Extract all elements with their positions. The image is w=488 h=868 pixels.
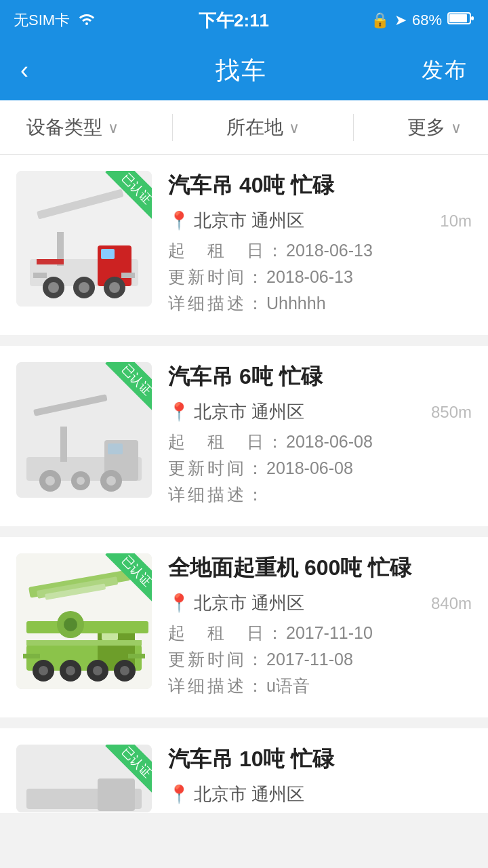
rent-date-value: 2018-06-13: [286, 241, 373, 260]
svg-rect-23: [60, 427, 67, 462]
svg-point-41: [39, 666, 48, 675]
description-value: Uhhhhh: [266, 294, 326, 313]
certified-badge: 已认证: [98, 553, 152, 608]
svg-rect-48: [23, 654, 40, 658]
location-pin-icon: 📍: [168, 401, 190, 422]
back-button[interactable]: ‹: [20, 56, 61, 85]
filter-divider-1: [172, 114, 173, 141]
svg-point-39: [64, 618, 77, 631]
location-row: 📍 北京市 通州区 10m: [168, 209, 472, 233]
vehicle-image-wrap-partial: 已认证: [16, 745, 152, 812]
vehicle-location: 📍 北京市 通州区: [168, 209, 304, 233]
card-content: 汽车吊 6吨 忙碌 📍 北京市 通州区 850m 起 租 日： 2018-06-…: [168, 362, 472, 510]
description-label: 详细描述：: [168, 484, 266, 506]
status-left: 无SIM卡: [14, 10, 97, 31]
svg-point-45: [93, 666, 102, 675]
rent-date-value: 2017-11-10: [286, 623, 373, 643]
certified-badge: 已认证: [98, 171, 152, 225]
svg-rect-50: [26, 640, 142, 646]
vehicle-distance: 850m: [431, 403, 472, 422]
description-row: 详细描述： u语音: [168, 675, 472, 697]
description-label: 详细描述：: [168, 292, 266, 315]
list-item[interactable]: 已认证 汽车吊 10吨 忙碌 📍 北京市 通州区: [0, 728, 488, 813]
location-text: 北京市 通州区: [194, 209, 304, 233]
svg-point-14: [79, 282, 89, 293]
location-pin-icon: 📍: [168, 593, 190, 614]
update-date-row: 更新时间： 2018-06-08: [168, 457, 472, 479]
location-pin-icon: 📍: [168, 210, 190, 231]
filter-more-label: 更多: [407, 115, 445, 140]
certified-badge: 已认证: [98, 362, 152, 416]
svg-rect-49: [128, 654, 145, 658]
rent-date-row: 起 租 日： 2018-06-08: [168, 431, 472, 453]
filter-equipment-type[interactable]: 设备类型 ∨: [26, 115, 119, 140]
status-time: 下午2:11: [199, 9, 269, 33]
location-text: 北京市 通州区: [194, 400, 304, 424]
svg-rect-34: [26, 621, 148, 633]
vehicle-distance: 840m: [431, 594, 472, 613]
vehicle-title-partial: 汽车吊 10吨 忙碌: [168, 745, 472, 774]
vehicle-image-wrap: 已认证: [16, 553, 152, 689]
list-item[interactable]: 已认证 汽车吊 40吨 忙碌 📍 北京市 通州区 10m 起 租 日： 2018…: [0, 155, 488, 335]
svg-point-25: [45, 476, 55, 486]
battery-text: 68%: [412, 12, 442, 29]
svg-rect-1: [449, 14, 467, 22]
location-row: 📍 北京市 通州区 850m: [168, 400, 472, 424]
rent-date-label: 起 租 日：: [168, 239, 286, 262]
update-date-value: 2017-11-08: [266, 650, 353, 669]
certified-text-partial: 已认证: [105, 745, 152, 794]
vehicle-image-wrap: 已认证: [16, 171, 152, 307]
filter-location[interactable]: 所在地 ∨: [226, 115, 300, 140]
description-row: 详细描述：: [168, 484, 472, 506]
vehicle-title: 汽车吊 6吨 忙碌: [168, 362, 472, 392]
vehicle-title: 全地面起重机 600吨 忙碌: [168, 553, 472, 583]
svg-point-29: [77, 477, 85, 485]
svg-rect-2: [471, 16, 474, 20]
location-row-partial: 📍 北京市 通州区: [168, 783, 472, 806]
svg-rect-6: [101, 249, 115, 259]
nav-bar: ‹ 找车 发布: [0, 41, 488, 100]
update-date-value: 2018-06-13: [266, 267, 353, 287]
svg-point-10: [48, 282, 59, 293]
status-right: 🔒 ➤ 68%: [371, 11, 474, 30]
vehicle-image-wrap: 已认证: [16, 362, 152, 498]
publish-button[interactable]: 发布: [422, 56, 468, 85]
description-row: 详细描述： Uhhhhh: [168, 292, 472, 315]
svg-point-27: [106, 476, 116, 486]
list-item[interactable]: 已认证 全地面起重机 600吨 忙碌 📍 北京市 通州区 840m 起 租 日：…: [0, 537, 488, 717]
list-item[interactable]: 已认证 汽车吊 6吨 忙碌 📍 北京市 通州区 850m 起 租 日： 2018…: [0, 346, 488, 526]
location-pin-icon-partial: 📍: [168, 784, 190, 805]
update-date-label: 更新时间：: [168, 266, 266, 288]
rent-date-label: 起 租 日：: [168, 431, 286, 453]
filter-location-arrow: ∨: [289, 119, 300, 137]
wifi-icon: [77, 10, 97, 31]
svg-rect-17: [37, 259, 64, 264]
certified-text: 已认证: [105, 362, 152, 412]
vehicle-location-partial: 📍 北京市 通州区: [168, 783, 304, 806]
card-content: 汽车吊 40吨 忙碌 📍 北京市 通州区 10m 起 租 日： 2018-06-…: [168, 171, 472, 319]
svg-rect-16: [121, 273, 135, 278]
battery-icon: [447, 11, 474, 30]
rent-date-value: 2018-06-08: [286, 432, 373, 452]
filter-more[interactable]: 更多 ∨: [407, 115, 462, 140]
filter-equipment-arrow: ∨: [108, 119, 119, 137]
update-date-row: 更新时间： 2017-11-08: [168, 648, 472, 671]
certified-text: 已认证: [105, 553, 152, 603]
lock-icon: 🔒: [371, 12, 389, 29]
update-date-row: 更新时间： 2018-06-13: [168, 266, 472, 288]
svg-rect-15: [33, 273, 47, 278]
filter-bar: 设备类型 ∨ 所在地 ∨ 更多 ∨: [0, 100, 488, 155]
svg-rect-21: [108, 443, 123, 454]
sim-icon: 无SIM卡: [14, 10, 70, 31]
svg-point-12: [109, 282, 120, 293]
vehicle-location: 📍 北京市 通州区: [168, 591, 304, 615]
update-date-value: 2018-06-08: [266, 458, 353, 478]
card-content-partial: 汽车吊 10吨 忙碌 📍 北京市 通州区: [168, 745, 472, 813]
description-label: 详细描述：: [168, 675, 266, 697]
update-date-label: 更新时间：: [168, 648, 266, 671]
location-icon: ➤: [394, 12, 407, 29]
rent-date-row: 起 租 日： 2017-11-10: [168, 622, 472, 644]
location-row: 📍 北京市 通州区 840m: [168, 591, 472, 615]
card-content: 全地面起重机 600吨 忙碌 📍 北京市 通州区 840m 起 租 日： 201…: [168, 553, 472, 701]
vehicle-distance: 10m: [440, 212, 472, 231]
